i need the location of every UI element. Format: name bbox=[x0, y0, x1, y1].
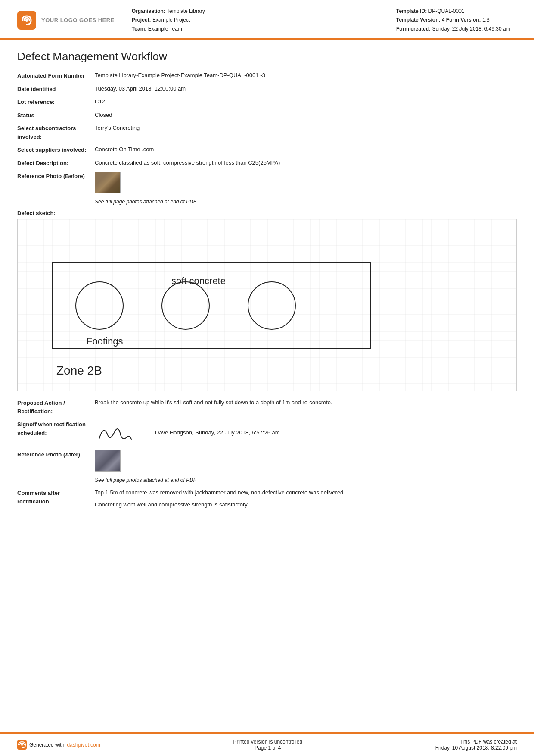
proposed-action-label: Proposed Action / Rectification: bbox=[17, 398, 95, 415]
footer-uncontrolled: Printed version is uncontrolled bbox=[233, 739, 302, 745]
reference-photo-before-value: See full page photos attached at end of … bbox=[95, 172, 517, 206]
sketch-label-footings: Footings bbox=[87, 336, 123, 347]
defect-sketch-container: soft concrete Footings Zone 2B bbox=[17, 219, 517, 391]
reference-photo-after-value: See full page photos attached at end of … bbox=[95, 450, 517, 484]
lot-reference-label: Lot reference: bbox=[17, 97, 95, 106]
svg-point-2 bbox=[21, 744, 23, 746]
signoff-person: Dave Hodgson, Sunday, 22 July 2018, 6:57… bbox=[155, 420, 280, 437]
template-version-line: Template Version: 4 Form Version: 1.3 bbox=[396, 16, 517, 24]
footer: Generated with dashpivot.com Printed ver… bbox=[0, 732, 534, 756]
org-value: Template Library bbox=[167, 8, 205, 14]
defect-description-row: Defect Description: Concrete classified … bbox=[17, 159, 517, 168]
template-version-label: Template Version: bbox=[396, 17, 440, 23]
header: YOUR LOGO GOES HERE Organisation: Templa… bbox=[0, 0, 534, 40]
project-line: Project: Example Project bbox=[132, 16, 396, 24]
page-title: Defect Management Workflow bbox=[17, 50, 517, 63]
photo-after-caption: See full page photos attached at end of … bbox=[95, 477, 196, 483]
form-version-value: 1.3 bbox=[482, 17, 490, 23]
signature-area: Dave Hodgson, Sunday, 22 July 2018, 6:57… bbox=[95, 420, 517, 446]
footer-page: Page 1 of 4 bbox=[233, 745, 302, 751]
photo-after-thumbnail bbox=[95, 450, 121, 472]
photo-before-caption: See full page photos attached at end of … bbox=[95, 199, 196, 205]
header-meta: Organisation: Template Library Project: … bbox=[132, 7, 396, 33]
comments-row: Comments after rectification: Top 1.5m o… bbox=[17, 488, 517, 509]
defect-sketch-label: Defect sketch: bbox=[17, 210, 517, 216]
sketch-label-soft-concrete: soft concrete bbox=[171, 275, 226, 286]
org-label: Organisation: bbox=[132, 8, 165, 14]
proposed-action-row: Proposed Action / Rectification: Break t… bbox=[17, 398, 517, 415]
signoff-value: Dave Hodgson, Sunday, 22 July 2018, 6:57… bbox=[95, 420, 517, 446]
comments-label: Comments after rectification: bbox=[17, 488, 95, 506]
automated-form-number-value: Template Library-Example Project-Example… bbox=[95, 71, 517, 80]
lot-reference-row: Lot reference: C12 bbox=[17, 97, 517, 106]
signoff-label: Signoff when rectification scheduled: bbox=[17, 420, 95, 437]
lot-reference-value: C12 bbox=[95, 97, 517, 106]
photo-before-thumbnail bbox=[95, 172, 121, 193]
team-line: Team: Example Team bbox=[132, 25, 396, 33]
template-version-value: 4 bbox=[442, 17, 445, 23]
suppliers-row: Select suppliers involved: Concrete On T… bbox=[17, 145, 517, 154]
footer-pdf-created-text: This PDF was created at bbox=[435, 739, 517, 745]
reference-photo-before-label: Reference Photo (Before) bbox=[17, 172, 95, 181]
form-created-line: Form created: Sunday, 22 July 2018, 6:49… bbox=[396, 25, 517, 33]
team-value: Example Team bbox=[148, 26, 182, 32]
signoff-row: Signoff when rectification scheduled: Da… bbox=[17, 420, 517, 446]
template-id-label: Template ID: bbox=[396, 8, 427, 14]
reference-photo-before-row: Reference Photo (Before) See full page p… bbox=[17, 172, 517, 206]
footer-pdf-created-date: Friday, 10 August 2018, 8:22:09 pm bbox=[435, 745, 517, 751]
comments-value-1: Top 1.5m of concrete was removed with ja… bbox=[95, 488, 517, 497]
defect-sketch-svg: soft concrete Footings Zone 2B bbox=[18, 219, 516, 391]
footer-right: This PDF was created at Friday, 10 Augus… bbox=[435, 739, 517, 751]
comments-value-2: Concreting went well and compressive str… bbox=[95, 500, 517, 509]
automated-form-number-label: Automated Form Number bbox=[17, 71, 95, 80]
page: YOUR LOGO GOES HERE Organisation: Templa… bbox=[0, 0, 534, 756]
template-id-line: Template ID: DP-QUAL-0001 bbox=[396, 7, 517, 16]
date-identified-row: Date identified Tuesday, 03 April 2018, … bbox=[17, 84, 517, 94]
proposed-action-value: Break the concrete up while it's still s… bbox=[95, 398, 517, 407]
form-created-label: Form created: bbox=[396, 26, 431, 32]
signature-svg bbox=[95, 420, 138, 446]
status-value: Closed bbox=[95, 111, 517, 119]
form-version-label: Form Version: bbox=[446, 17, 481, 23]
defect-description-label: Defect Description: bbox=[17, 159, 95, 168]
footer-generated-text: Generated with bbox=[29, 742, 64, 748]
logo-text: YOUR LOGO GOES HERE bbox=[41, 17, 115, 23]
form-created-value: Sunday, 22 July 2018, 6:49:30 am bbox=[432, 26, 510, 32]
automated-form-number-row: Automated Form Number Template Library-E… bbox=[17, 71, 517, 80]
team-label: Team: bbox=[132, 26, 146, 32]
subcontractors-row: Select subcontractors involved: Terry's … bbox=[17, 124, 517, 141]
suppliers-value: Concrete On Time .com bbox=[95, 145, 517, 154]
reference-photo-after-row: Reference Photo (After) See full page ph… bbox=[17, 450, 517, 484]
footer-left: Generated with dashpivot.com bbox=[17, 740, 100, 750]
defect-sketch-section: Defect sketch: bbox=[17, 210, 517, 391]
subcontractors-value: Terry's Concreting bbox=[95, 124, 517, 132]
org-line: Organisation: Template Library bbox=[132, 7, 396, 16]
template-id-value: DP-QUAL-0001 bbox=[428, 8, 464, 14]
status-label: Status bbox=[17, 111, 95, 120]
svg-point-0 bbox=[25, 19, 28, 22]
footer-logo-icon bbox=[17, 740, 27, 750]
header-right: Template ID: DP-QUAL-0001 Template Versi… bbox=[396, 7, 517, 33]
comments-value: Top 1.5m of concrete was removed with ja… bbox=[95, 488, 517, 509]
footer-link[interactable]: dashpivot.com bbox=[67, 742, 100, 748]
project-label: Project: bbox=[132, 17, 151, 23]
subcontractors-label: Select subcontractors involved: bbox=[17, 124, 95, 141]
header-logo: YOUR LOGO GOES HERE bbox=[17, 7, 115, 33]
sketch-label-zone: Zone 2B bbox=[56, 364, 102, 377]
reference-photo-after-label: Reference Photo (After) bbox=[17, 450, 95, 459]
status-row: Status Closed bbox=[17, 111, 517, 120]
footer-center: Printed version is uncontrolled Page 1 o… bbox=[233, 739, 302, 751]
content: Defect Management Workflow Automated For… bbox=[0, 40, 534, 732]
defect-description-value: Concrete classified as soft: compressive… bbox=[95, 159, 517, 167]
date-identified-label: Date identified bbox=[17, 84, 95, 94]
date-identified-value: Tuesday, 03 April 2018, 12:00:00 am bbox=[95, 84, 517, 93]
project-value: Example Project bbox=[152, 17, 190, 23]
logo-svg bbox=[21, 14, 33, 26]
suppliers-label: Select suppliers involved: bbox=[17, 145, 95, 154]
logo-icon bbox=[17, 11, 36, 30]
